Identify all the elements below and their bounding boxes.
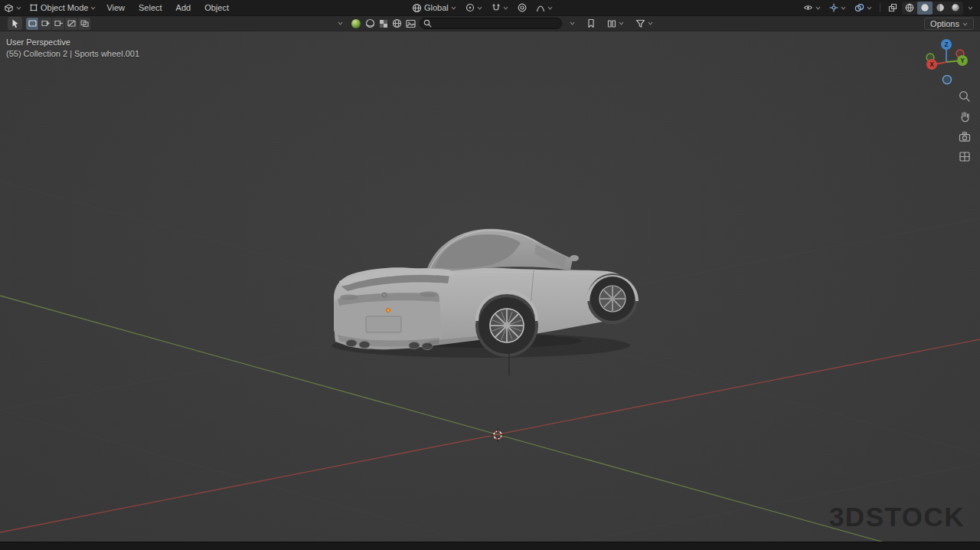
pan-button[interactable] bbox=[958, 110, 972, 123]
active-tool-button[interactable] bbox=[8, 17, 22, 30]
header-center: Global bbox=[408, 0, 557, 15]
viewport-overlay-text: User Perspective (55) Collection 2 | Spo… bbox=[6, 37, 139, 60]
checker-texture-icon[interactable] bbox=[379, 19, 388, 28]
wireframe-shading-button[interactable] bbox=[902, 2, 917, 15]
select-mode-extend[interactable] bbox=[39, 18, 52, 30]
ortho-grid-icon bbox=[959, 151, 971, 162]
gizmo-y-label: Y bbox=[960, 57, 965, 64]
falloff-curve-icon bbox=[536, 3, 545, 12]
search-options-dropdown[interactable] bbox=[566, 16, 579, 31]
image-texture-icon[interactable] bbox=[406, 19, 416, 28]
solid-shading-icon bbox=[920, 3, 929, 12]
bookmark-button[interactable] bbox=[583, 16, 599, 31]
options-label: Options bbox=[930, 19, 959, 28]
pivot-point-icon bbox=[466, 3, 475, 12]
editor-type-button[interactable] bbox=[0, 0, 25, 15]
chevron-down-icon bbox=[841, 6, 846, 10]
ortho-toggle-button[interactable] bbox=[958, 149, 972, 163]
navigation-gizmo[interactable]: Z Y X bbox=[922, 38, 971, 87]
rendered-shading-button[interactable] bbox=[948, 2, 963, 15]
menu-view[interactable]: View bbox=[100, 0, 132, 15]
select-mode-new[interactable] bbox=[26, 18, 39, 30]
tool-settings-left bbox=[0, 17, 91, 30]
shading-dropdown[interactable] bbox=[964, 0, 977, 15]
options-button[interactable]: Options bbox=[924, 18, 974, 30]
object-mode-icon bbox=[29, 3, 38, 12]
breadcrumb: (55) Collection 2 | Sports wheel.001 bbox=[6, 48, 139, 60]
gizmo-neg-z[interactable] bbox=[943, 76, 952, 84]
wireframe-shading-icon bbox=[905, 3, 914, 12]
tool-settings-center bbox=[334, 16, 657, 31]
xray-icon bbox=[888, 3, 897, 12]
zoom-icon bbox=[959, 90, 971, 103]
select-mode-group bbox=[26, 18, 91, 30]
select-new-icon bbox=[28, 20, 37, 27]
header-right bbox=[799, 0, 977, 15]
watermark: 3DSTOCK bbox=[829, 502, 965, 532]
proportional-editing-icon bbox=[518, 3, 527, 12]
gizmo-x-label: X bbox=[929, 61, 934, 68]
mode-dropdown[interactable]: Object Mode bbox=[25, 0, 100, 15]
material-shading-icon bbox=[936, 3, 945, 12]
collections-dropdown[interactable] bbox=[603, 16, 628, 31]
select-mode-intersect[interactable] bbox=[78, 18, 91, 30]
select-extend-icon bbox=[41, 20, 50, 27]
preview-dropdown[interactable] bbox=[334, 16, 347, 31]
visibility-dropdown[interactable] bbox=[799, 0, 825, 15]
rendered-shading-icon bbox=[951, 3, 960, 12]
overlays-icon bbox=[854, 3, 864, 12]
bookmark-icon bbox=[586, 18, 596, 28]
proportional-editing-toggle[interactable] bbox=[514, 0, 531, 15]
select-mode-subtract[interactable] bbox=[52, 18, 65, 30]
chevron-down-icon bbox=[867, 6, 872, 10]
chevron-down-icon bbox=[338, 21, 343, 25]
overlays-dropdown[interactable] bbox=[851, 0, 876, 15]
chevron-down-icon bbox=[90, 6, 96, 10]
filter-icon bbox=[635, 19, 645, 28]
chevron-down-icon bbox=[547, 6, 553, 10]
object-origin-dot bbox=[387, 309, 390, 313]
world-icon[interactable] bbox=[392, 18, 402, 28]
select-intersect-icon bbox=[80, 20, 89, 27]
matcap-sphere-icon[interactable] bbox=[351, 18, 361, 29]
camera-view-button[interactable] bbox=[958, 129, 972, 143]
falloff-dropdown[interactable] bbox=[532, 0, 557, 15]
gizmos-dropdown[interactable] bbox=[825, 0, 850, 15]
search-input[interactable] bbox=[420, 18, 562, 29]
viewport-header: Object Mode View Select Add Object Globa… bbox=[0, 0, 980, 15]
chevron-down-icon bbox=[451, 6, 456, 10]
sphere-preview-icon[interactable] bbox=[365, 18, 375, 28]
editor-type-icon bbox=[4, 3, 14, 13]
shading-group bbox=[902, 2, 963, 15]
solid-shading-button[interactable] bbox=[917, 2, 933, 15]
menu-object[interactable]: Object bbox=[198, 0, 236, 15]
visibility-icon bbox=[803, 3, 813, 12]
select-subtract-icon bbox=[54, 20, 63, 27]
menubar: View Select Add Object bbox=[100, 0, 236, 15]
cursor-3d bbox=[491, 428, 505, 442]
zoom-button[interactable] bbox=[958, 90, 972, 103]
orientation-globe-icon bbox=[412, 3, 422, 13]
chevron-down-icon bbox=[962, 22, 968, 26]
select-mode-invert[interactable] bbox=[65, 18, 78, 30]
car-model[interactable] bbox=[332, 229, 638, 358]
menu-add[interactable]: Add bbox=[169, 0, 198, 15]
header-left: Object Mode View Select Add Object bbox=[0, 0, 236, 15]
chevron-down-icon bbox=[815, 6, 821, 10]
menu-select[interactable]: Select bbox=[132, 0, 169, 15]
orientation-dropdown[interactable]: Global bbox=[408, 0, 460, 15]
chevron-down-icon bbox=[968, 6, 973, 10]
filter-dropdown[interactable] bbox=[632, 16, 657, 31]
viewport-nav-tools bbox=[958, 90, 972, 163]
xray-toggle[interactable] bbox=[884, 0, 901, 15]
material-shading-button[interactable] bbox=[933, 2, 948, 15]
tool-settings-bar: Options bbox=[0, 15, 980, 31]
viewport-3d[interactable]: User Perspective (55) Collection 2 | Spo… bbox=[0, 31, 980, 542]
orientation-label: Global bbox=[424, 3, 449, 12]
scene-canvas[interactable] bbox=[0, 31, 980, 542]
pivot-point-dropdown[interactable] bbox=[462, 0, 486, 15]
snap-magnet-icon bbox=[492, 3, 501, 12]
snap-toggle[interactable] bbox=[488, 0, 512, 15]
chevron-down-icon bbox=[503, 6, 508, 10]
select-invert-icon bbox=[67, 20, 76, 27]
